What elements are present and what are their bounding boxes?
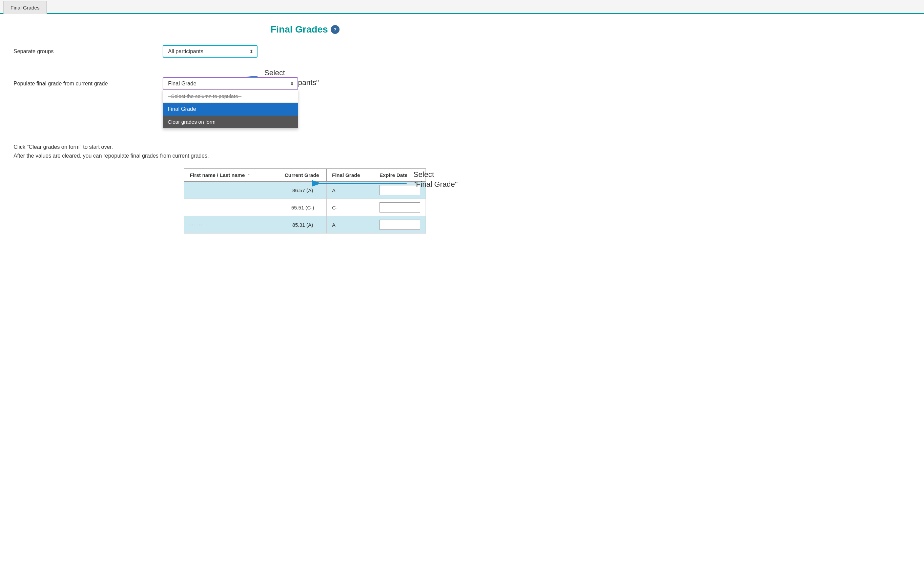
- table-wrapper: First name / Last name ↑ Current Grade F…: [13, 169, 596, 233]
- tab-bar: Final Grades: [0, 0, 924, 14]
- annotation2-line2: "Final Grade": [413, 180, 458, 190]
- expire-date-input-3[interactable]: [380, 220, 420, 230]
- grade-select-wrapper: --Select the column to populate-- Final …: [163, 77, 298, 90]
- grade-table: First name / Last name ↑ Current Grade F…: [184, 169, 426, 233]
- col-header-current-grade: Current Grade: [279, 169, 327, 182]
- table-row: · · · · · · 85.31 (A) A: [184, 216, 426, 233]
- dropdown-clear-option[interactable]: Clear grades on form: [163, 116, 298, 128]
- annotation2-line1: Select: [413, 170, 458, 180]
- expire-date-input-2[interactable]: [380, 202, 420, 213]
- col-header-final-grade: Final Grade: [327, 169, 374, 182]
- cell-expire-date-3: [374, 216, 426, 233]
- cell-final-grade-3: A: [327, 216, 374, 233]
- cell-name-3: · · · · · ·: [184, 216, 279, 233]
- annotation1-line1: Select: [264, 68, 319, 78]
- populate-row: Populate final grade from current grade …: [13, 77, 596, 90]
- cell-name-1: [184, 182, 279, 199]
- populate-grade-select[interactable]: --Select the column to populate-- Final …: [163, 77, 298, 90]
- separate-groups-select[interactable]: All participants Group 1 Group 2: [163, 45, 257, 58]
- table-row: 86.57 (A) A: [184, 182, 426, 199]
- dropdown-final-grade-option[interactable]: Final Grade: [163, 103, 298, 116]
- cell-current-grade-2: 55.51 (C-): [279, 199, 327, 216]
- main-wrapper: Final Grades ? Separate groups All parti…: [13, 24, 596, 233]
- cell-final-grade-1: A: [327, 182, 374, 199]
- dropdown-open: --Select the column to populate-- Final …: [163, 89, 298, 129]
- separate-groups-label: Separate groups: [13, 48, 156, 55]
- cell-current-grade-3: 85.31 (A): [279, 216, 327, 233]
- page-title: Final Grades ?: [13, 24, 596, 35]
- col-header-name[interactable]: First name / Last name ↑: [184, 169, 279, 182]
- sort-arrow-icon: ↑: [248, 172, 251, 178]
- col-header-name-text: First name / Last name: [190, 172, 245, 178]
- page-title-text: Final Grades: [271, 24, 328, 35]
- cell-final-grade-2: C-: [327, 199, 374, 216]
- separate-groups-row: Separate groups All participants Group 1…: [13, 45, 596, 58]
- populate-dropdown-container: --Select the column to populate-- Final …: [163, 77, 298, 90]
- table-row: 55.51 (C-) C-: [184, 199, 426, 216]
- info-text-1: Click "Clear grades on form" to start ov…: [13, 144, 596, 150]
- cell-current-grade-1: 86.57 (A): [279, 182, 327, 199]
- populate-label: Populate final grade from current grade: [13, 77, 156, 87]
- page-content: Final Grades ? Separate groups All parti…: [0, 14, 610, 244]
- info-text-2: After the values are cleared, you can re…: [13, 153, 596, 159]
- tab-final-grades[interactable]: Final Grades: [3, 1, 47, 14]
- separate-groups-select-wrapper: All participants Group 1 Group 2 ⬍: [163, 45, 257, 58]
- cell-expire-date-2: [374, 199, 426, 216]
- help-icon[interactable]: ?: [331, 25, 340, 34]
- annotation-block-2: Select "Final Grade": [413, 170, 458, 189]
- dropdown-placeholder-option[interactable]: --Select the column to populate--: [163, 90, 298, 103]
- cell-name-2: [184, 199, 279, 216]
